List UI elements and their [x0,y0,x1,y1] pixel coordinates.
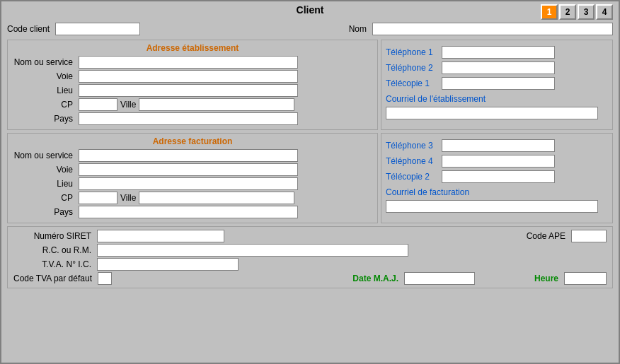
fact-voie-input[interactable] [79,163,298,176]
tel3-row: Téléphone 3 [386,139,608,152]
bottom-section: Numéro SIRET Code APE R.C. ou R.M. T.V.A… [7,226,613,288]
siret-label: Numéro SIRET [13,231,91,241]
fact-pays-row: Pays [12,206,373,218]
etab-lieu-input[interactable] [79,84,298,97]
codeape-label: Code APE [488,231,566,241]
heure-label: Heure [481,274,558,283]
etab-nom-input[interactable] [79,56,298,69]
etab-ville-label: Ville [120,100,136,110]
etablissement-title: Adresse établissement [12,43,373,53]
main-content: Code client Nom Adresse établissement No… [1,18,619,363]
codetva-row: Code TVA par défaut Date M.A.J. Heure [13,272,607,285]
courriel-fact-input[interactable] [386,200,598,213]
telecopie1-label: Télécopie 1 [386,78,439,88]
facturation-right: Téléphone 3 Téléphone 4 Télécopie 2 Cour… [381,133,613,223]
tva-input[interactable] [97,258,239,271]
courriel-etab-row [386,107,608,119]
codetva-label: Code TVA par défaut [13,274,92,283]
etab-ville-input[interactable] [139,98,294,111]
heure-input[interactable] [564,272,607,285]
tab-3[interactable]: 3 [578,4,595,20]
etab-voie-row: Voie [12,70,373,83]
tva-label: T.V.A. N° I.C. [13,259,91,269]
fact-lieu-label: Lieu [12,179,76,189]
courriel-etab-label-row: Courriel de l'établissement [386,93,608,104]
fact-pays-label: Pays [12,207,76,217]
tel4-label: Téléphone 4 [386,156,439,166]
tel1-label: Téléphone 1 [386,47,439,57]
main-window: Client 1 2 3 4 Code client Nom Adresse é… [0,0,620,364]
facturation-title: Adresse facturation [12,136,373,146]
etab-nom-label: Nom ou service [12,57,76,67]
fact-nom-input[interactable] [79,149,298,162]
fact-ville-label: Ville [120,193,136,203]
courriel-etab-label: Courriel de l'établissement [386,94,486,104]
rc-row: R.C. ou R.M. [13,244,607,257]
etab-pays-input[interactable] [79,112,298,125]
fact-nom-label: Nom ou service [12,151,76,160]
tel1-input[interactable] [442,46,555,59]
fact-lieu-input[interactable] [79,177,298,190]
fact-ville-input[interactable] [139,192,294,204]
tel4-row: Téléphone 4 [386,155,608,168]
code-client-input[interactable] [55,23,140,35]
tel2-label: Téléphone 2 [386,63,439,73]
tel4-input[interactable] [442,155,555,168]
tel1-row: Téléphone 1 [386,46,608,59]
fact-cp-label: CP [12,193,76,203]
tel2-input[interactable] [442,61,555,74]
top-row: Code client Nom [7,21,613,37]
facturation-left: Adresse facturation Nom ou service Voie … [7,133,378,223]
etablissement-right: Téléphone 1 Téléphone 2 Télécopie 1 Cour… [381,40,613,130]
courriel-fact-row [386,200,608,213]
fact-voie-label: Voie [12,165,76,175]
siret-input[interactable] [97,230,224,242]
telecopie1-row: Télécopie 1 [386,77,608,90]
courriel-etab-input[interactable] [386,107,598,119]
title-bar: Client 1 2 3 4 [1,1,619,18]
rc-label: R.C. ou R.M. [13,245,91,255]
etab-cp-input[interactable] [79,98,117,111]
courriel-fact-label-row: Courriel de facturation [386,186,608,197]
etab-voie-label: Voie [12,71,76,81]
fact-nom-row: Nom ou service [12,149,373,162]
tab-2[interactable]: 2 [559,4,576,20]
tab-1[interactable]: 1 [541,4,558,20]
codetva-input[interactable] [98,272,112,285]
rc-input[interactable] [97,244,408,257]
tab-group: 1 2 3 4 [541,4,613,20]
tab-4[interactable]: 4 [596,4,613,20]
telecopie2-input[interactable] [442,170,555,183]
siret-row: Numéro SIRET Code APE [13,230,607,242]
fact-pays-input[interactable] [79,206,298,218]
etab-pays-row: Pays [12,112,373,125]
etablissement-left: Adresse établissement Nom ou service Voi… [7,40,378,130]
fact-voie-row: Voie [12,163,373,176]
courriel-fact-label: Courriel de facturation [386,187,469,197]
etablissement-row: Adresse établissement Nom ou service Voi… [7,40,613,130]
fact-lieu-row: Lieu [12,177,373,190]
tel3-label: Téléphone 3 [386,141,439,151]
code-client-label: Code client [7,24,50,34]
telecopie1-input[interactable] [442,77,555,90]
telecopie2-label: Télécopie 2 [386,172,439,182]
etab-cp-row: CP Ville [12,98,373,111]
codeape-input[interactable] [571,230,607,242]
etab-pays-label: Pays [12,114,76,124]
etab-cp-label: CP [12,100,76,110]
tel2-row: Téléphone 2 [386,61,608,74]
nom-input[interactable] [372,23,613,35]
tva-row: T.V.A. N° I.C. [13,258,607,271]
facturation-row: Adresse facturation Nom ou service Voie … [7,133,613,223]
nom-label: Nom [349,24,367,34]
fact-cp-input[interactable] [79,192,117,204]
etab-nom-row: Nom ou service [12,56,373,69]
date-input[interactable] [404,272,475,285]
fact-cp-row: CP Ville [12,192,373,204]
tel3-input[interactable] [442,139,555,152]
telecopie2-row: Télécopie 2 [386,170,608,183]
etab-lieu-label: Lieu [12,86,76,95]
date-label: Date M.A.J. [321,274,398,283]
window-title: Client [297,4,324,16]
etab-voie-input[interactable] [79,70,298,83]
